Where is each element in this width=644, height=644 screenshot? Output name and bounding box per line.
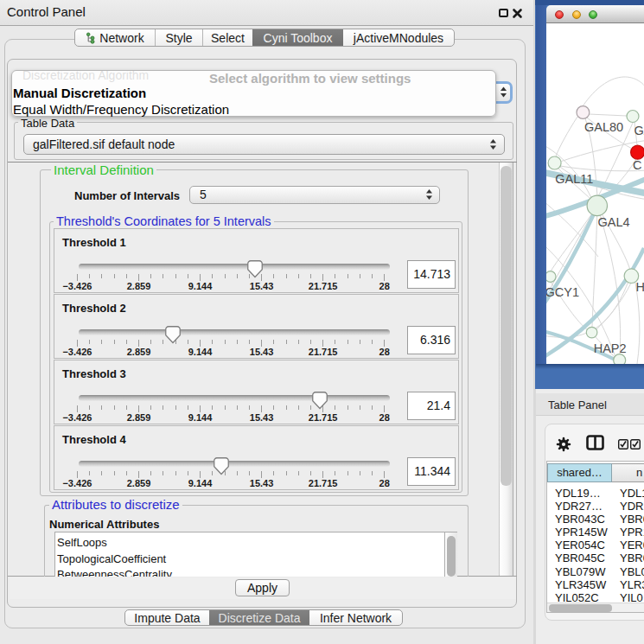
svg-text:H: H — [635, 280, 644, 294]
svg-text:GAL11: GAL11 — [555, 172, 593, 186]
svg-text:GAL80: GAL80 — [584, 120, 623, 134]
svg-text:GAL4: GAL4 — [598, 215, 630, 229]
svg-text:GCY1: GCY1 — [546, 285, 579, 299]
svg-text:HAP2: HAP2 — [594, 341, 627, 355]
svg-text:C: C — [633, 158, 641, 172]
svg-text:GA: GA — [634, 124, 644, 137]
